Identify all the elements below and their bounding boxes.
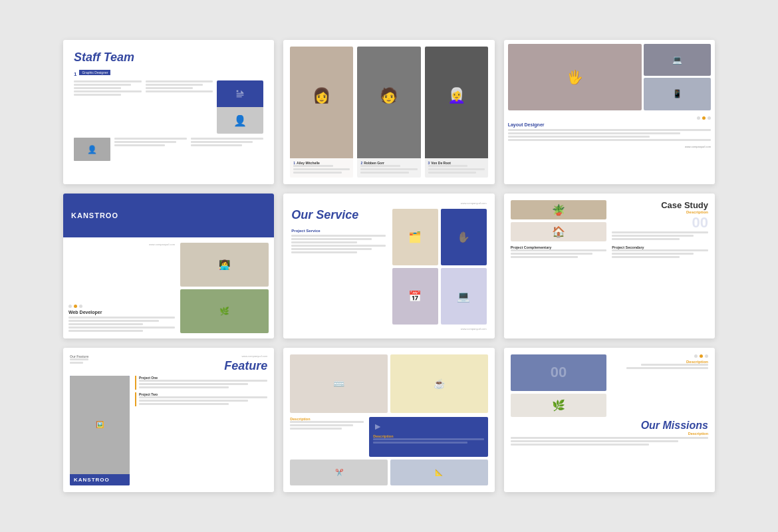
right-photos: 👩‍💻 🌿 (180, 237, 274, 338)
project-one: Project One (135, 376, 267, 390)
main-content: www.companyurl.com Web Developer 👩‍💻 🌿 (63, 237, 274, 338)
slide-our-missions: 00 🌿 Description Our Missions Descriptio… (504, 348, 715, 492)
header-row: Our Feature www.companyurl.com Feature (70, 354, 267, 373)
person-1-name: Ailey Mitchelle (297, 161, 320, 165)
bottom-photo: 👤 (74, 138, 110, 161)
slide-staff-team: Staff Team 1 Graphic Designer 👤 (63, 40, 274, 184)
role-badge: Graphic Designer (79, 70, 110, 75)
main-row: Our Service Project Service 🗂️ ✋ 📅 💻 (291, 209, 486, 324)
service-img-1: 🗂️ (392, 209, 438, 265)
text-columns (74, 80, 213, 134)
photo-1-label: 1 Ailey Mitchelle (290, 158, 353, 178)
mid-right: ► Description (369, 417, 487, 456)
navigation-dots (508, 116, 711, 120)
project-two: Project Two (135, 392, 267, 406)
case-number: 00 (612, 214, 708, 231)
dot-3 (705, 354, 708, 358)
feature-title: Feature (224, 359, 267, 373)
mid-left: Description (290, 417, 364, 456)
photo-big: 🖐️ (508, 44, 642, 110)
dot-2 (74, 305, 77, 308)
content-area: 👤 (74, 80, 263, 134)
photo-row: 👩 1 Ailey Mitchelle 🧑 2 Robben Gorr (290, 47, 487, 178)
right-header: www.companyurl.com Feature (224, 354, 267, 373)
kanstroo-logo: KANSTROO (71, 211, 118, 219)
case-study-title: Case Study (612, 200, 708, 210)
role-desc (68, 317, 175, 332)
arrow-icon: ► (373, 421, 483, 432)
slide-kanstroo: KANSTROO www.companyurl.com Web Develope… (63, 194, 274, 338)
dot-1 (697, 116, 700, 120)
project-label: Project Service (291, 229, 386, 233)
photo-3-label: 3 Von De Root (425, 158, 488, 178)
bottom-text (114, 138, 263, 161)
main-row: 🖼️ KANSTROO Project One Project Two (70, 376, 267, 485)
person-3-num: 3 (428, 161, 430, 165)
project-desc (291, 235, 386, 255)
photo-right-2: 🌿 (180, 289, 269, 333)
project-secondary: Project Secondary (612, 245, 708, 259)
top-row: 00 🌿 Description (511, 354, 708, 417)
kanstroo-logo: KANSTROO (70, 474, 130, 485)
website-url: www.companyurl.com (68, 243, 175, 246)
img-frame: 🖼️ KANSTROO (70, 376, 130, 485)
nav-dots (694, 354, 708, 358)
missions-title: Our Missions (511, 420, 708, 432)
photo-2: 🧑 2 Robben Gorr (357, 47, 420, 178)
bottom-text-col-2 (191, 138, 263, 161)
photo-1: 👩 1 Ailey Mitchelle (290, 47, 353, 178)
slide-feature: Our Feature www.companyurl.com Feature 🖼… (63, 348, 274, 492)
bottom-row: 👤 (74, 138, 263, 161)
dot-3 (79, 305, 82, 308)
left-content: www.companyurl.com Web Developer (63, 237, 180, 338)
role-section: Web Developer (68, 305, 175, 333)
person-3-name: Von De Root (431, 161, 451, 165)
photo-bottom: 🏠 (511, 222, 607, 241)
left-photos: 🪴 🏠 (511, 200, 607, 241)
top-photos: 🖐️ 💻 📱 (504, 40, 715, 112)
desc-text (612, 231, 708, 241)
photo-c: ✂️ (290, 460, 388, 485)
staff-photo: 👤 (217, 80, 263, 134)
left-header: Our Feature (70, 354, 88, 365)
top-row: 🪴 🏠 Case Study Description 00 (511, 200, 708, 241)
staff-team-title: Staff Team (74, 51, 263, 65)
mission-number: 00 (551, 364, 567, 381)
web-role: Web Developer (68, 310, 175, 315)
service-title: Our Service (291, 209, 386, 222)
img-bottom-gray: 👤 (217, 107, 263, 134)
photo-3: 👩‍🦳 3 Von De Root (425, 47, 488, 178)
dot-1 (694, 354, 698, 358)
slide-layout-designer: 🖐️ 💻 📱 Layout Designer www.companyurl.co… (504, 40, 715, 184)
person-2-num: 2 (360, 161, 362, 165)
top-photos: ⌨️ ☕ (290, 354, 487, 414)
photo-2-label: 2 Robben Gorr (357, 158, 420, 178)
slide-description-photos: ⌨️ ☕ Description ► Description ✂️ 📐 (283, 348, 494, 492)
project-complementary: Project Complementary (511, 245, 607, 259)
right-col: 🗂️ ✋ 📅 💻 (392, 209, 487, 324)
slide-our-service: www.companyurl.com Our Service Project S… (283, 194, 494, 338)
bottom-row: Project Complementary Project Secondary (511, 245, 708, 259)
proj-one-name: Project One (139, 376, 267, 380)
person-2-name: Robben Gorr (364, 161, 384, 165)
service-img-3: 📅 (392, 268, 438, 325)
our-feature-label: Our Feature (70, 354, 88, 358)
feature-img: 🖼️ (70, 376, 130, 474)
photo-a: ⌨️ (290, 354, 388, 414)
role-title: Layout Designer (508, 122, 711, 127)
missions-sub-label: Description (511, 432, 708, 436)
right-content: Description (612, 354, 708, 370)
right-content: Case Study Description 00 (612, 200, 708, 241)
website-url: www.companyurl.com (224, 354, 267, 358)
photo-top: 00 (511, 354, 607, 391)
right-projects: Project One Project Two (135, 376, 267, 485)
photo-area: 00 🌿 (511, 354, 607, 417)
photo-right-1: 👩‍💻 (180, 243, 269, 287)
photo-sm-1: 💻 (644, 44, 711, 76)
slide-grid: Staff Team 1 Graphic Designer 👤 (63, 40, 715, 492)
desc-label: Description (686, 360, 708, 364)
dot-3 (708, 116, 711, 120)
desc-text (508, 129, 711, 142)
photo-b: ☕ (390, 354, 488, 414)
website-url: www.companyurl.com (508, 145, 711, 148)
